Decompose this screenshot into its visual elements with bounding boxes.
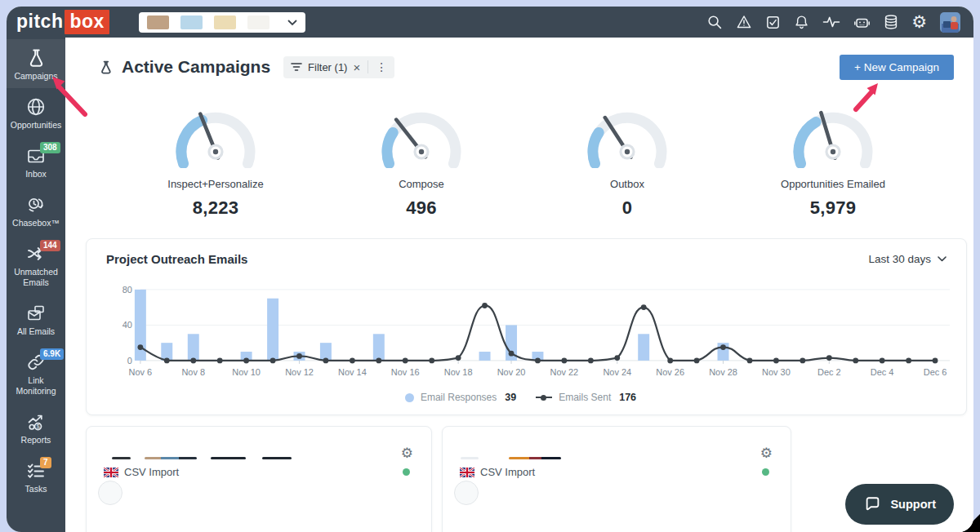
workspace-swatch-1 bbox=[147, 16, 169, 29]
filter-label: Filter (1) bbox=[308, 61, 347, 73]
uk-flag-icon bbox=[460, 468, 474, 477]
sidebar-item-unmatched-emails[interactable]: 144 Unmatched Emails bbox=[7, 235, 65, 295]
sidebar-item-label: All Emails bbox=[17, 326, 55, 336]
chart-title: Project Outreach Emails bbox=[106, 252, 247, 266]
sidebar-item-all-emails[interactable]: All Emails bbox=[7, 295, 65, 344]
app-window: pitchbox ⚙ Campaigns bbox=[7, 7, 973, 532]
topbar-icon-row: ⚙ bbox=[706, 12, 960, 33]
workspace-swatch-2 bbox=[180, 16, 203, 29]
pitchbox-logo[interactable]: pitchbox bbox=[16, 10, 109, 34]
svg-text:Nov 10: Nov 10 bbox=[232, 367, 261, 377]
sidebar-item-reports[interactable]: $ Reports bbox=[7, 403, 65, 452]
gauge-value: 0 bbox=[524, 197, 730, 219]
gear-icon[interactable]: ⚙ bbox=[401, 446, 413, 460]
flask-icon bbox=[25, 47, 47, 69]
main-content: Active Campaigns Filter (1) × ⋮ + New Ca… bbox=[65, 38, 973, 532]
svg-text:Nov 28: Nov 28 bbox=[709, 367, 737, 377]
gauge-opportunities-emailed: Opportunities Emailed 5,979 bbox=[730, 100, 936, 219]
campaign-source-label: CSV Import bbox=[124, 466, 179, 478]
chevron-down-icon bbox=[938, 256, 947, 262]
gauges-row: Inspect+Personalize 8,223 Compose 496 Ou… bbox=[113, 100, 936, 219]
svg-text:Nov 12: Nov 12 bbox=[285, 367, 314, 377]
sidebar-item-label: Opportunities bbox=[11, 120, 61, 130]
sidebar-item-campaigns[interactable]: Campaigns bbox=[7, 39, 65, 88]
globe-icon bbox=[25, 96, 47, 117]
outreach-chart: 04080Nov 6Nov 8Nov 10Nov 12Nov 14Nov 16N… bbox=[103, 276, 950, 390]
campaign-card[interactable]: ⚙ CSV Import bbox=[442, 426, 791, 532]
sidebar-item-opportunities[interactable]: Opportunities bbox=[7, 88, 65, 137]
chevron-down-icon bbox=[287, 15, 297, 29]
campaign-card[interactable]: ⚙ CSV Import bbox=[86, 426, 432, 532]
sidebar-item-link-monitoring[interactable]: 6.9K Link Monitoring bbox=[7, 344, 65, 403]
flask-icon bbox=[98, 59, 114, 76]
status-dot bbox=[762, 468, 769, 476]
search-icon[interactable] bbox=[706, 14, 723, 30]
campaign-source-label: CSV Import bbox=[480, 466, 535, 478]
support-button[interactable]: Support bbox=[845, 484, 954, 525]
unmatched-count-badge: 144 bbox=[40, 240, 60, 251]
gear-icon[interactable]: ⚙ bbox=[911, 14, 927, 30]
legend-value: 176 bbox=[619, 392, 636, 403]
svg-text:Nov 6: Nov 6 bbox=[129, 367, 153, 377]
gauge-value: 8,223 bbox=[113, 197, 318, 219]
legend-label: Emails Sent bbox=[559, 392, 611, 403]
chat-bubble-icon bbox=[863, 495, 882, 513]
alert-triangle-icon[interactable] bbox=[736, 14, 752, 30]
date-range-select[interactable]: Last 30 days bbox=[868, 253, 947, 265]
legend-line-icon bbox=[536, 397, 552, 398]
page-title: Active Campaigns bbox=[98, 57, 270, 77]
redacted-line bbox=[461, 457, 479, 459]
avatar-placeholder bbox=[454, 481, 479, 505]
sidebar-nav: Campaigns Opportunities 308 Inbox Chaseb… bbox=[7, 38, 65, 532]
gauge-value: 496 bbox=[318, 197, 524, 219]
avatar[interactable] bbox=[940, 12, 960, 33]
filter-pill[interactable]: Filter (1) × ⋮ bbox=[283, 56, 394, 78]
kebab-menu-icon[interactable]: ⋮ bbox=[376, 60, 387, 73]
gauge-label: Inspect+Personalize bbox=[113, 178, 318, 190]
workspace-selector[interactable] bbox=[139, 12, 305, 33]
database-icon[interactable] bbox=[884, 14, 898, 30]
sidebar-item-chasebox[interactable]: Chasebox™ bbox=[7, 186, 65, 235]
campaign-source: CSV Import bbox=[460, 466, 535, 478]
svg-text:Nov 8: Nov 8 bbox=[181, 367, 205, 377]
gauge-inspect-personalize: Inspect+Personalize 8,223 bbox=[113, 100, 318, 219]
top-bar: pitchbox ⚙ bbox=[7, 7, 973, 38]
status-dot bbox=[403, 468, 410, 476]
campaign-cards-row: ⚙ CSV Import ⚙ CSV Import bbox=[86, 426, 973, 532]
svg-text:Nov 30: Nov 30 bbox=[762, 367, 791, 377]
redacted-line bbox=[509, 457, 561, 459]
bot-icon[interactable] bbox=[853, 14, 871, 30]
date-range-label: Last 30 days bbox=[868, 253, 931, 265]
legend-label: Email Responses bbox=[421, 392, 497, 403]
svg-text:Nov 14: Nov 14 bbox=[338, 367, 367, 377]
logo-box: box bbox=[65, 10, 109, 34]
page-title-text: Active Campaigns bbox=[122, 57, 270, 77]
logo-pitch: pitch bbox=[16, 11, 63, 33]
gauge-value: 5,979 bbox=[730, 197, 936, 219]
sidebar-item-inbox[interactable]: 308 Inbox bbox=[7, 137, 65, 186]
divider bbox=[368, 60, 368, 73]
page-header: Active Campaigns Filter (1) × ⋮ + New Ca… bbox=[98, 51, 954, 83]
new-campaign-button[interactable]: + New Campaign bbox=[840, 55, 954, 80]
redacted-line bbox=[112, 457, 131, 459]
svg-text:Dec 4: Dec 4 bbox=[871, 367, 894, 377]
svg-text:Nov 22: Nov 22 bbox=[550, 367, 579, 377]
gauge-dial bbox=[163, 100, 268, 168]
activity-pulse-icon[interactable] bbox=[822, 14, 840, 30]
svg-text:Nov 24: Nov 24 bbox=[603, 367, 631, 377]
avatar-placeholder bbox=[98, 481, 122, 505]
legend-emails-sent[interactable]: Emails Sent bbox=[536, 392, 611, 403]
svg-text:Nov 20: Nov 20 bbox=[497, 367, 526, 377]
filter-icon bbox=[291, 62, 302, 72]
sidebar-item-label: Reports bbox=[21, 435, 51, 445]
checkbox-icon[interactable] bbox=[765, 15, 781, 30]
sidebar-item-tasks[interactable]: 7 Tasks bbox=[7, 452, 65, 501]
tasks-count-badge: 7 bbox=[40, 457, 51, 468]
support-label: Support bbox=[890, 498, 936, 511]
gear-icon[interactable]: ⚙ bbox=[760, 446, 773, 460]
svg-text:0: 0 bbox=[127, 356, 132, 366]
filter-close-icon[interactable]: × bbox=[353, 60, 360, 74]
bell-icon[interactable] bbox=[794, 14, 809, 30]
sidebar-item-label: Chasebox™ bbox=[12, 218, 60, 228]
legend-email-responses[interactable]: Email Responses bbox=[405, 392, 497, 403]
